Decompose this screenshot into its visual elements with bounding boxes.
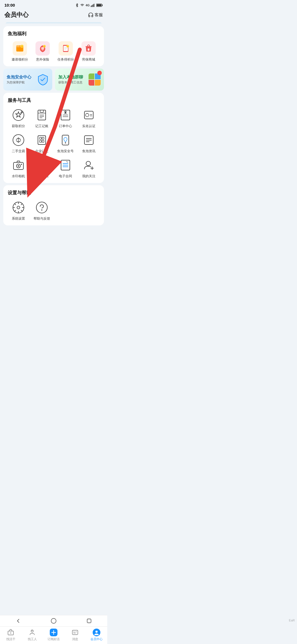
service-label-order: 订单中心	[59, 124, 72, 129]
service-label-help: 帮助与反馈	[34, 216, 50, 221]
status-icons: 4G	[75, 3, 103, 7]
svg-point-64	[86, 161, 90, 166]
services-grid: 获取积分 记工记账	[8, 108, 100, 179]
service-safe-phone[interactable]: 鱼泡安全号	[55, 133, 76, 154]
service-label-follow: 我的关注	[82, 174, 95, 179]
service-contract[interactable]: 电子合同	[55, 158, 76, 179]
status-time: 10:00	[4, 3, 15, 7]
shield-icon	[37, 73, 49, 86]
safety-banner-title: 鱼泡安全中心	[7, 75, 35, 80]
welfare-label-invite: 邀请领积分	[12, 57, 28, 62]
svg-point-68	[17, 206, 20, 209]
svg-text:♥: ♥	[44, 45, 45, 47]
service-label-camera: 水印相机	[12, 174, 25, 179]
svg-point-56	[21, 164, 22, 165]
shop-icon	[81, 41, 96, 56]
welfare-item-insurance[interactable]: ♥ 意外保险	[35, 41, 50, 62]
battery-icon	[96, 3, 103, 7]
svg-rect-1	[92, 5, 92, 7]
service-label-points: 获取积分	[12, 124, 25, 129]
service-follow[interactable]: 我的关注	[78, 158, 100, 179]
svg-rect-44	[42, 137, 44, 139]
service-label-safephone: 鱼泡安全号	[57, 149, 74, 154]
bluetooth-icon	[75, 3, 79, 7]
svg-text:★: ★	[67, 45, 68, 47]
service-label-news: 鱼泡资讯	[82, 149, 95, 154]
safety-banner-sub: 为您保障护航	[7, 80, 35, 84]
svg-rect-22	[88, 48, 89, 51]
service-help[interactable]: 帮助与反馈	[31, 200, 53, 221]
phone-shield-icon	[59, 134, 72, 146]
welfare-title: 鱼泡福利	[8, 31, 100, 37]
welfare-label-insurance: 意外保险	[36, 57, 49, 62]
svg-point-55	[18, 165, 19, 167]
service-secondhand[interactable]: 二手交易	[8, 133, 29, 154]
settings-grid: 系统设置 帮助与反馈	[8, 200, 100, 221]
welfare-card: 鱼泡福利 ★ 邀请领积分	[3, 26, 104, 66]
svg-rect-2	[93, 4, 93, 7]
scroll-hint	[6, 22, 102, 24]
service-user-search[interactable]: 用户查询	[31, 158, 53, 179]
svg-rect-5	[102, 4, 103, 6]
service-label-contract: 电子合同	[59, 174, 72, 179]
contract-icon	[59, 159, 72, 171]
service-real-name[interactable]: 实名认证	[78, 108, 100, 129]
service-order-center[interactable]: 订单中心	[55, 108, 76, 129]
service-camera[interactable]: 水印相机	[8, 158, 29, 179]
group-banner-title: 加入本地群聊	[58, 75, 86, 80]
notebook-icon	[36, 109, 48, 121]
service-label-settings: 系统设置	[12, 216, 25, 221]
service-label-enterprise: 企业认证	[35, 149, 48, 154]
svg-rect-47	[62, 135, 69, 145]
svg-point-69	[36, 202, 47, 213]
welfare-item-task[interactable]: ★ 任务得积分	[57, 41, 74, 62]
camera-icon	[12, 159, 24, 171]
welfare-item-shop[interactable]: 劳保商城	[81, 41, 96, 62]
header: 会员中心 客服	[0, 9, 107, 22]
group-thumbnail	[89, 73, 101, 86]
help-icon	[36, 201, 48, 214]
services-title: 服务与工具	[8, 97, 100, 103]
service-enterprise[interactable]: 企业认证	[31, 133, 53, 154]
customer-service-button[interactable]: 客服	[88, 12, 103, 18]
status-bar: 10:00 4G	[0, 0, 107, 9]
settings-card: 设置与帮助 系统设置	[3, 185, 104, 225]
service-settings[interactable]: 系统设置	[8, 200, 29, 221]
service-work-account[interactable]: 记工记账	[31, 108, 53, 129]
welfare-grid: ★ 邀请领积分 ♥ 意外保险	[8, 41, 100, 62]
user-search-icon	[36, 159, 48, 171]
id-verify-icon	[83, 109, 95, 121]
gear-icon	[12, 201, 24, 214]
settings-title: 设置与帮助	[8, 190, 100, 196]
local-group-banner[interactable]: 加入本地群聊 获取本地用工信息 ···	[55, 69, 104, 91]
signal-icon	[91, 3, 95, 7]
insurance-icon: ♥	[35, 41, 50, 56]
svg-rect-6	[97, 4, 101, 6]
banner-row: 鱼泡安全中心 为您保障护航 加入本地群聊 获取本地用工信息	[3, 69, 104, 91]
group-banner-sub: 获取本地用工信息	[58, 80, 86, 84]
order-icon	[59, 109, 72, 121]
svg-rect-45	[40, 140, 42, 142]
page-title: 会员中心	[4, 11, 29, 19]
safety-center-banner[interactable]: 鱼泡安全中心 为您保障护航	[3, 69, 52, 91]
exchange-icon	[12, 134, 24, 146]
svg-point-48	[65, 142, 66, 143]
service-label-secondhand: 二手交易	[12, 149, 25, 154]
network-label: 4G	[86, 4, 90, 7]
chat-badge: ···	[97, 71, 102, 75]
svg-text:★: ★	[21, 45, 23, 48]
star-plus-icon	[12, 109, 24, 121]
svg-rect-0	[91, 6, 91, 7]
enterprise-icon	[36, 134, 48, 146]
service-news[interactable]: 鱼泡资讯	[78, 133, 100, 154]
svg-point-70	[41, 209, 42, 211]
welfare-label-shop: 劳保商城	[82, 57, 95, 62]
headphone-icon	[88, 12, 94, 18]
svg-rect-3	[94, 4, 94, 7]
invite-icon: ★	[13, 41, 27, 56]
svg-rect-46	[42, 140, 44, 142]
wifi-icon	[80, 3, 84, 7]
news-icon	[83, 134, 95, 146]
welfare-item-invite[interactable]: ★ 邀请领积分	[12, 41, 28, 62]
service-get-points[interactable]: 获取积分	[8, 108, 29, 129]
